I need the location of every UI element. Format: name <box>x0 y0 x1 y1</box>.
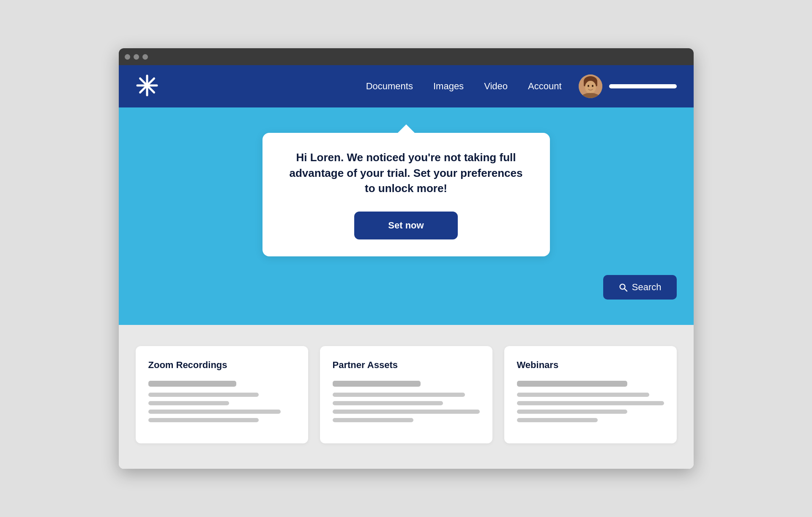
logo[interactable] <box>136 74 159 99</box>
promo-popup: Hi Loren. We noticed you're not taking f… <box>262 133 550 256</box>
hero-section: Hi Loren. We noticed you're not taking f… <box>119 107 694 324</box>
skeleton <box>333 418 413 422</box>
nav-bar: Documents Images Video Account <box>119 65 694 107</box>
set-now-button[interactable]: Set now <box>354 212 457 239</box>
card-webinars: Webinars <box>504 346 677 443</box>
card-title-zoom: Zoom Recordings <box>148 360 295 371</box>
svg-point-9 <box>592 85 593 87</box>
skeleton <box>517 401 664 405</box>
search-button[interactable]: Search <box>603 275 677 300</box>
card-zoom-recordings: Zoom Recordings <box>136 346 308 443</box>
skeleton <box>517 381 627 387</box>
minimize-dot <box>134 54 139 60</box>
cards-section: Zoom Recordings Partner Assets Webinars <box>119 325 694 469</box>
nav-video[interactable]: Video <box>484 81 508 92</box>
skeleton <box>148 381 237 387</box>
popup-message: Hi Loren. We noticed you're not taking f… <box>284 150 529 196</box>
nav-documents[interactable]: Documents <box>366 81 413 92</box>
skeleton <box>148 410 281 414</box>
maximize-dot <box>142 54 148 60</box>
avatar[interactable] <box>579 74 602 98</box>
svg-point-7 <box>585 81 596 94</box>
skeleton <box>517 418 598 422</box>
skeleton <box>148 401 229 405</box>
avatar-image <box>579 74 602 98</box>
nav-images[interactable]: Images <box>433 81 464 92</box>
svg-point-8 <box>588 85 589 87</box>
skeleton <box>333 393 465 397</box>
nav-search-bar <box>609 84 677 88</box>
skeleton <box>333 401 443 405</box>
card-title-partner: Partner Assets <box>333 360 480 371</box>
logo-icon <box>136 74 159 97</box>
skeleton <box>148 393 259 397</box>
svg-line-11 <box>624 289 627 291</box>
nav-right <box>579 74 677 98</box>
skeleton <box>333 381 421 387</box>
browser-window: Documents Images Video Account <box>119 48 694 468</box>
search-icon <box>618 283 628 292</box>
search-label: Search <box>632 282 662 293</box>
title-bar <box>119 48 694 65</box>
close-dot <box>125 54 130 60</box>
nav-links: Documents Images Video Account <box>366 81 562 92</box>
nav-account[interactable]: Account <box>528 81 562 92</box>
skeleton <box>517 393 649 397</box>
card-title-webinars: Webinars <box>517 360 664 371</box>
skeleton <box>148 418 259 422</box>
card-partner-assets: Partner Assets <box>320 346 492 443</box>
skeleton <box>333 410 480 414</box>
skeleton <box>517 410 627 414</box>
